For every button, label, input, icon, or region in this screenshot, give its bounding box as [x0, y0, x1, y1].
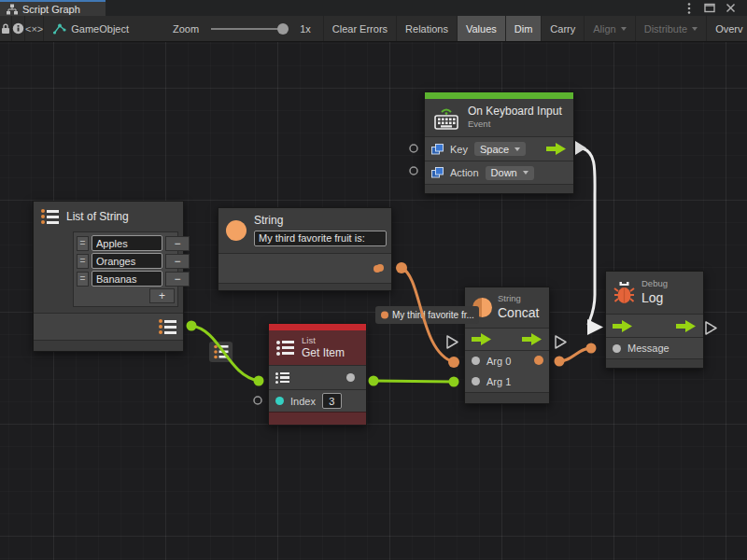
relations-label: Relations: [405, 23, 448, 35]
drag-handle-icon[interactable]: =: [77, 254, 89, 269]
bug-icon: [613, 281, 635, 305]
variable-icon: [431, 144, 444, 155]
remove-item-button[interactable]: −: [165, 236, 190, 251]
action-dropdown[interactable]: Down: [486, 166, 534, 180]
list-of-string-header: List of String: [34, 202, 183, 230]
list-item-input[interactable]: [92, 235, 162, 251]
string-output-port[interactable]: [374, 265, 381, 273]
node-on-keyboard-input[interactable]: On Keyboard Input Event Key Space Action…: [424, 91, 574, 194]
keyboard-event-header: On Keyboard Input Event: [425, 99, 573, 136]
node-get-item[interactable]: List Get Item Index: [268, 323, 367, 426]
info-button[interactable]: [12, 16, 25, 41]
info-icon: [12, 22, 24, 35]
string-output-row: [218, 253, 391, 283]
list-output-port[interactable]: [159, 319, 176, 334]
concat-arg1-row: Arg 1: [465, 371, 549, 392]
item-output-port[interactable]: [346, 373, 355, 382]
add-item-button[interactable]: +: [149, 288, 175, 303]
drag-handle-icon[interactable]: =: [77, 236, 89, 251]
chevron-down-icon: [692, 27, 698, 31]
graph-toolbar: <×> GameObject Zoom 1x Clear Errors Rela…: [0, 16, 747, 42]
node-footer: [606, 358, 703, 368]
dim-button[interactable]: Dim: [506, 16, 543, 41]
node-footer: [218, 283, 391, 290]
flow-output-port[interactable]: [676, 320, 697, 332]
string-literal-header: String: [218, 208, 391, 253]
carry-button[interactable]: Carry: [542, 16, 585, 41]
code-view-button[interactable]: <×>: [25, 16, 44, 41]
zoom-slider-handle[interactable]: [277, 23, 289, 35]
string-value-input[interactable]: [254, 231, 387, 246]
close-icon[interactable]: [723, 2, 738, 15]
drag-handle-icon[interactable]: =: [77, 272, 89, 287]
keyboard-event-title: On Keyboard Input: [468, 105, 562, 119]
titlebar: Script Graph: [0, 0, 747, 16]
action-value: Down: [491, 167, 517, 178]
list-icon: [41, 209, 59, 224]
key-dropdown[interactable]: Space: [474, 142, 526, 156]
list-item-row: = −: [77, 271, 175, 287]
arg0-label: Arg 0: [486, 356, 511, 367]
key-value: Space: [480, 144, 509, 155]
keyboard-event-subtitle: Event: [468, 119, 562, 130]
flow-input-port[interactable]: [472, 333, 492, 345]
node-debug-log[interactable]: Debug Log Message: [605, 271, 704, 369]
list-add-row: +: [77, 288, 175, 303]
zoom-slider[interactable]: [211, 28, 286, 30]
log-category: Debug: [641, 279, 668, 289]
event-accent-bar: [425, 92, 573, 99]
arg1-label: Arg 1: [486, 376, 511, 387]
align-button[interactable]: Align: [585, 16, 635, 41]
node-footer: [34, 340, 183, 351]
clear-errors-button[interactable]: Clear Errors: [323, 16, 397, 41]
log-header: Debug Log: [606, 272, 703, 314]
node-string-literal[interactable]: String: [218, 207, 392, 291]
concat-header: String Concat: [465, 287, 549, 328]
node-footer: [269, 412, 366, 425]
chevron-down-icon: [523, 171, 529, 175]
overview-label: Overv: [715, 23, 742, 35]
log-message-row: Message: [606, 337, 703, 358]
gameobject-icon: [52, 23, 66, 35]
values-label: Values: [466, 23, 497, 35]
list-item-row: = −: [77, 235, 175, 251]
arg1-input-port[interactable]: [472, 377, 480, 385]
clear-errors-label: Clear Errors: [332, 23, 388, 35]
relations-button[interactable]: Relations: [397, 16, 458, 41]
kebab-menu-icon[interactable]: [682, 2, 697, 15]
window-controls: [682, 0, 747, 16]
list-item-input[interactable]: [92, 253, 162, 269]
index-input-port[interactable]: [275, 397, 284, 405]
distribute-label: Distribute: [644, 23, 687, 35]
lock-button[interactable]: [0, 16, 12, 41]
overview-button[interactable]: Overv: [707, 16, 747, 41]
index-value-input[interactable]: [322, 393, 342, 409]
list-output-row: [34, 313, 183, 340]
remove-item-button[interactable]: −: [165, 272, 190, 287]
get-item-index-row: Index: [269, 389, 366, 412]
concat-flow-row: [465, 328, 549, 350]
node-concat[interactable]: String Concat Arg 0 Arg 1: [464, 287, 550, 404]
flow-output-port[interactable]: [546, 143, 567, 155]
distribute-button[interactable]: Distribute: [636, 16, 707, 41]
remove-item-button[interactable]: −: [165, 254, 190, 269]
key-row: Key Space: [425, 136, 573, 161]
maximize-icon[interactable]: [702, 2, 717, 15]
tab-script-graph[interactable]: Script Graph: [0, 0, 106, 16]
gameobject-target-button[interactable]: GameObject: [44, 16, 137, 41]
message-input-port[interactable]: [613, 344, 621, 353]
list-input-port[interactable]: [275, 372, 289, 384]
concat-arg0-row: Arg 0: [465, 350, 549, 371]
arg0-input-port[interactable]: [472, 357, 480, 365]
node-list-of-string[interactable]: List of String = − = − = − +: [33, 201, 184, 352]
flow-output-port[interactable]: [522, 333, 543, 345]
values-button[interactable]: Values: [458, 16, 506, 41]
chevron-down-icon: [621, 27, 627, 31]
flow-input-port[interactable]: [613, 320, 633, 332]
get-item-header: List Get Item: [269, 330, 366, 365]
dim-label: Dim: [514, 23, 533, 35]
list-item-input[interactable]: [92, 271, 162, 287]
gameobject-label: GameObject: [71, 23, 129, 35]
concat-category: String: [498, 294, 539, 304]
zoom-label: Zoom: [173, 23, 199, 35]
